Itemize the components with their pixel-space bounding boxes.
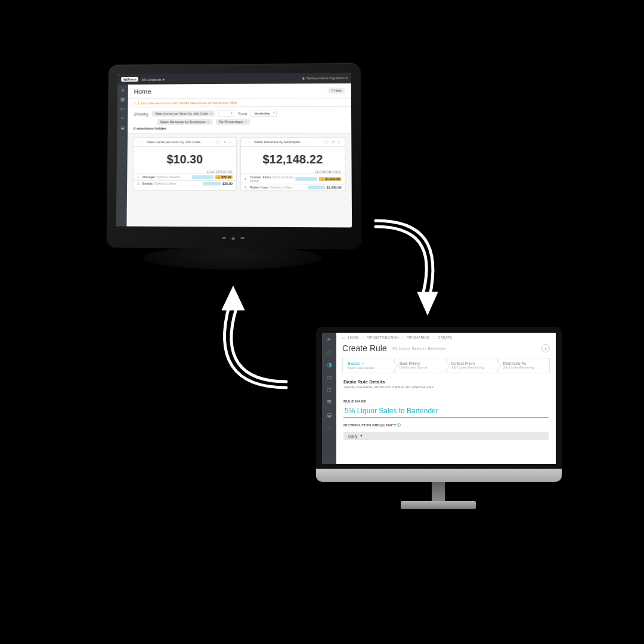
section-desc: Specify rule name, distribution method a… (343, 385, 549, 389)
drag-handle-icon[interactable]: ⋮⋮ (244, 140, 252, 144)
rule-name-input[interactable]: 5% Liquor Sales to Bartender (343, 404, 549, 418)
metric-card-sales: ⋮⋮Sales Revenue by Employee◯ ⧉ × $12,148… (240, 137, 346, 191)
user-menu[interactable]: ◐ TipHaus Demo Org Admin ▾ (302, 76, 347, 80)
square-icon[interactable]: □ (327, 386, 331, 393)
chevron-down-icon: ▾ (360, 434, 363, 438)
rule-name-label: RULE NAME (343, 400, 549, 403)
user-icon[interactable]: ◒ (327, 411, 332, 418)
cycle-arrow-down (358, 209, 453, 328)
leaderboard-row: 2. BaristaTipHaus Coffee $20.00 (134, 180, 236, 187)
tablet-device: tip|haus All Locations ▾ ◐ TipHaus Demo … (106, 63, 361, 249)
info-icon[interactable]: ⓘ (397, 423, 401, 427)
metric-value: $10.30 (134, 147, 236, 170)
card-actions[interactable]: ◯ ⧉ × (216, 140, 233, 144)
leaderboard-row: 2. Robert KossTipHaus Coffee $1,230.00 (241, 184, 345, 190)
doc-icon[interactable]: ▭ (327, 374, 332, 380)
card-title: Sales Revenue by Employee (254, 140, 324, 144)
svg-marker-1 (222, 286, 244, 310)
filter-chip[interactable]: Tip Percentage× (216, 119, 250, 125)
wizard-step-distribute[interactable]: Distribute ToJob Codes Receiving (498, 358, 549, 373)
svg-marker-0 (417, 292, 438, 315)
metric-value: $12,148.22 (241, 147, 345, 170)
card-actions[interactable]: ◯ ⧉ × (324, 140, 341, 144)
home-icon[interactable]: ⌂ (120, 87, 126, 93)
wizard-step-filters[interactable]: Sale FiltersDistribution Source (395, 358, 447, 373)
trophy-icon: 🏆 $22.92 (215, 175, 233, 179)
from-label: From (238, 112, 247, 116)
trophy-icon: 🏆 $1,840.00 (319, 177, 342, 181)
filter-chip[interactable]: Take Home per Hour by Job Code× (152, 110, 215, 116)
close-button[interactable]: × (541, 344, 550, 352)
user-icon[interactable]: ◒ (119, 125, 125, 131)
page-title: Home (134, 88, 151, 95)
metric-card-take-home: ⋮⋮Take Home per Hour by Job Code◯ ⧉ × $1… (133, 137, 237, 191)
page-title: Create Rule (342, 343, 387, 353)
monitor-stand (417, 477, 459, 515)
close-icon[interactable]: × (244, 120, 247, 123)
menu-icon[interactable]: ≡ (327, 336, 331, 343)
help-button[interactable]: ? Help (327, 88, 345, 94)
wizard-step-collect[interactable]: Collect FromJob Codes Distributing (447, 358, 499, 373)
monitor-device: ≡ ⌂ ◑ ▭ □ ≣ ◒ → ⌂ HOME/ TIP DISTRIBUTION… (316, 327, 562, 482)
list-icon[interactable]: ≡ (120, 115, 126, 121)
cycle-arrow-up (197, 268, 304, 400)
home-icon: ⌂ (342, 336, 345, 339)
monitor-screen: ≡ ⌂ ◑ ▭ □ ≣ ◒ → ⌂ HOME/ TIP DISTRIBUTION… (322, 333, 556, 464)
location-selector[interactable]: All Locations ▾ (141, 77, 164, 81)
grid-icon[interactable]: ▦ (120, 96, 126, 102)
arrow-icon[interactable]: → (119, 134, 125, 140)
card-title: Take Home per Hour by Job Code (147, 140, 216, 144)
tablet-screen: tip|haus All Locations ▾ ◐ TipHaus Demo … (116, 73, 352, 228)
hidden-selections-note[interactable]: 6 selections hidden (134, 126, 345, 131)
logo: tip|haus (121, 77, 138, 82)
list-icon[interactable]: ≣ (327, 399, 332, 405)
from-select[interactable]: Yesterday (250, 110, 276, 117)
breadcrumb[interactable]: ⌂ HOME/ TIP DISTRIBUTION/ TIP SHARING/ C… (336, 333, 556, 342)
home-icon[interactable]: ⌂ (327, 349, 331, 355)
distribution-icon[interactable]: ◑ (327, 361, 332, 368)
dist-freq-label: DISTRIBUTION FREQUENCY ⓘ (343, 423, 549, 428)
drag-handle-icon[interactable]: ⋮⋮ (138, 140, 145, 144)
close-icon[interactable]: × (207, 120, 209, 123)
wizard-steps: BasicsBasic Rule Details Sale FiltersDis… (342, 358, 550, 373)
showing-label: Showing (134, 112, 148, 116)
page-subtitle: 5% Liquor Sales to Bartender (392, 346, 446, 351)
arrow-icon[interactable]: → (326, 424, 332, 431)
section-heading: Basic Rule Details (343, 379, 549, 385)
doc-icon[interactable]: ▭ (120, 106, 126, 112)
filter-add-select[interactable] (218, 110, 234, 117)
filter-chip[interactable]: Sales Revenue by Employee× (157, 119, 212, 125)
dist-freq-select[interactable]: Daily ▾ (343, 432, 549, 440)
topbar: tip|haus All Locations ▾ ◐ TipHaus Demo … (117, 73, 351, 85)
close-icon[interactable]: × (210, 112, 212, 115)
sidebar: ≡ ⌂ ◑ ▭ □ ≣ ◒ → (322, 333, 336, 464)
warning-banner[interactable]: ⚠ 1 job code was found with invalid take… (128, 98, 351, 107)
leaderboard-row: 1. Howard JohnsTipHaus Sushi Server 🏆 $1… (241, 174, 345, 184)
wizard-step-basics[interactable]: BasicsBasic Rule Details (343, 358, 395, 373)
leaderboard-row: 1. ManagerTipHaus SeaWa 🏆 $22.92 (134, 174, 236, 180)
filter-bar: Showing Take Home per Hour by Job Code× … (128, 107, 351, 134)
